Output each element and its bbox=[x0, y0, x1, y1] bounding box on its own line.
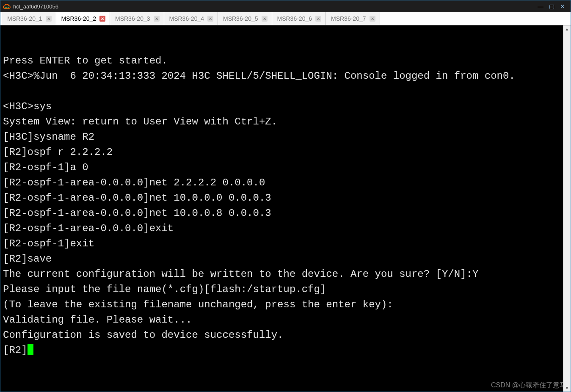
tab-close-icon[interactable]: ✕ bbox=[370, 16, 375, 22]
window-title: hcl_aaf6d9710056 bbox=[13, 3, 58, 10]
tab-MSR36-20_4[interactable]: MSR36-20_4✕ bbox=[164, 12, 218, 25]
titlebar[interactable]: hcl_aaf6d9710056 — ▢ ✕ bbox=[0, 0, 571, 12]
titlebar-left: hcl_aaf6d9710056 bbox=[3, 3, 58, 10]
terminal-cursor bbox=[28, 344, 33, 355]
app-cloud-icon bbox=[3, 4, 11, 9]
tab-close-icon[interactable]: ✕ bbox=[46, 16, 52, 22]
tab-close-icon[interactable]: ✕ bbox=[262, 16, 268, 22]
scroll-down-button[interactable]: ▼ bbox=[563, 384, 571, 392]
terminal-area: Press ENTER to get started. <H3C>%Jun 6 … bbox=[0, 25, 571, 392]
window-controls: — ▢ ✕ bbox=[535, 2, 568, 11]
tab-close-icon[interactable]: ✕ bbox=[154, 16, 160, 22]
close-button[interactable]: ✕ bbox=[557, 2, 568, 11]
tab-label: MSR36-20_1 bbox=[7, 15, 42, 22]
tab-label: MSR36-20_4 bbox=[169, 15, 204, 22]
tab-label: MSR36-20_2 bbox=[61, 15, 97, 22]
tab-dirty-close-icon[interactable]: ✕ bbox=[99, 16, 105, 22]
minimize-button[interactable]: — bbox=[535, 2, 546, 11]
terminal-output[interactable]: Press ENTER to get started. <H3C>%Jun 6 … bbox=[0, 25, 563, 392]
scroll-up-button[interactable]: ▲ bbox=[563, 25, 571, 33]
tab-close-icon[interactable]: ✕ bbox=[207, 16, 213, 22]
tab-MSR36-20_2[interactable]: MSR36-20_2✕ bbox=[56, 12, 110, 25]
tab-bar: MSR36-20_1✕MSR36-20_2✕MSR36-20_3✕MSR36-2… bbox=[0, 12, 571, 25]
tab-label: MSR36-20_6 bbox=[277, 15, 312, 22]
tab-MSR36-20_3[interactable]: MSR36-20_3✕ bbox=[110, 12, 164, 25]
maximize-button[interactable]: ▢ bbox=[546, 2, 557, 11]
tab-MSR36-20_5[interactable]: MSR36-20_5✕ bbox=[218, 12, 272, 25]
tab-close-icon[interactable]: ✕ bbox=[315, 16, 321, 22]
tab-label: MSR36-20_5 bbox=[223, 15, 258, 22]
tab-label: MSR36-20_3 bbox=[115, 15, 150, 22]
app-window: hcl_aaf6d9710056 — ▢ ✕ MSR36-20_1✕MSR36-… bbox=[0, 0, 571, 392]
tab-MSR36-20_6[interactable]: MSR36-20_6✕ bbox=[272, 12, 326, 25]
vertical-scrollbar[interactable]: ▲ ▼ bbox=[563, 25, 571, 392]
tab-MSR36-20_1[interactable]: MSR36-20_1✕ bbox=[2, 12, 56, 25]
scroll-track[interactable] bbox=[563, 33, 571, 384]
tab-MSR36-20_7[interactable]: MSR36-20_7✕ bbox=[326, 12, 380, 25]
tab-label: MSR36-20_7 bbox=[331, 15, 366, 22]
